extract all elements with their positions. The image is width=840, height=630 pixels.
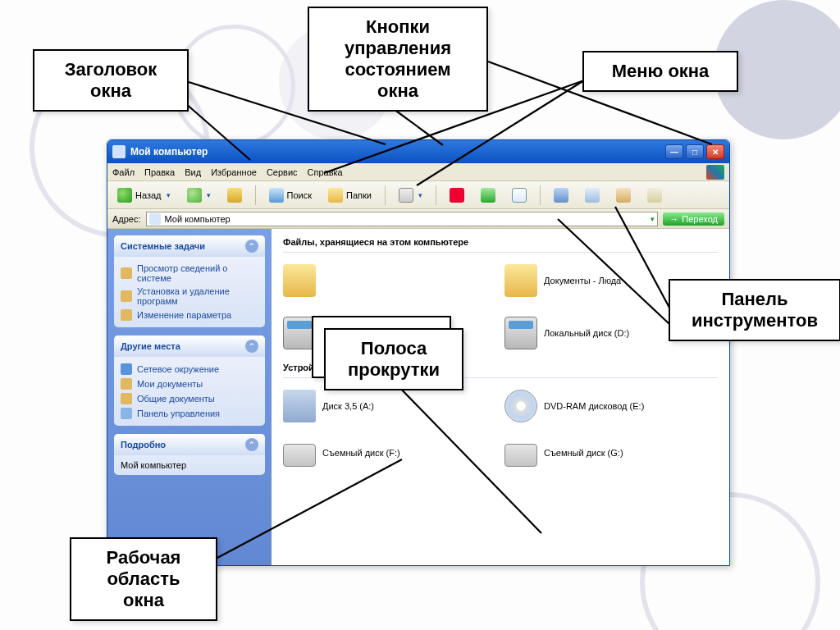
address-label: Адрес: [112,214,141,224]
drive-item[interactable]: DVD-RAM дисковод (E:) [504,390,693,422]
collapse-icon[interactable]: ⌃ [245,438,258,451]
cut-icon [554,188,568,203]
up-icon [227,188,242,203]
collapse-icon[interactable]: ⌃ [245,340,258,353]
folder-icon [283,264,316,297]
callout-titlebar: Заголовококна [33,49,189,112]
item-label: Диск 3,5 (A:) [322,401,374,411]
up-button[interactable] [222,185,247,206]
hdd-icon [283,317,316,349]
install-icon [121,290,132,302]
minimize-button[interactable]: — [665,144,683,159]
copy-icon [585,188,600,203]
toolbar: Назад▾ ▾ Поиск Папки ▾ [107,181,729,209]
drive-item[interactable]: Локальный диск (D:) [504,317,693,349]
bg-circle [172,25,295,148]
group-header: Файлы, хранящиеся на этом компьютере [283,237,718,250]
callout-window-controls: Кнопкиуправлениясостояниемокна [308,7,488,112]
undo-icon [481,188,495,203]
computer-icon [112,145,126,158]
forward-icon [187,188,202,203]
menu-favorites[interactable]: Избранное [211,167,257,177]
panel-title: Системные задачи [121,241,205,251]
floppy-icon [283,390,316,422]
sidebar-link[interactable]: Панель управления [121,406,258,421]
menu-view[interactable]: Вид [185,167,201,177]
folder-icon [504,264,537,297]
sidebar-panel-details: Подробно⌃ Мой компьютер [114,434,265,475]
documents-icon [121,378,132,390]
callout-menu: Меню окна [582,51,738,92]
paste-icon [616,188,631,203]
item-label: Съемный диск (F:) [322,448,400,458]
close-button[interactable]: ✕ [706,144,724,159]
callout-workarea: Рабочаяобластьокна [70,537,217,621]
delete-button[interactable] [445,185,469,206]
sidebar-link[interactable]: Просмотр сведений о системе [121,262,258,285]
properties-button[interactable] [507,185,532,206]
collapse-icon[interactable]: ⌃ [245,240,258,253]
item-label: Локальный диск (D:) [544,328,629,338]
sidebar-panel-system: Системные задачи⌃ Просмотр сведений о си… [114,235,265,327]
back-button[interactable]: Назад▾ [112,185,176,206]
copy-button[interactable] [580,185,605,206]
shared-docs-icon [121,393,132,404]
windows-flag-icon [706,165,724,180]
views-button[interactable]: ▾ [394,185,427,206]
sidebar-link[interactable]: Изменение параметра [121,308,258,322]
go-button[interactable]: → Переход [663,212,724,226]
menu-bar: Файл Правка Вид Избранное Сервис Справка [107,163,729,181]
panel-body: Мой компьютер [114,455,265,475]
address-dropdown-icon[interactable]: ▾ [651,215,655,223]
address-bar: Адрес: ▾ → Переход [107,209,729,229]
sidebar-link[interactable]: Мои документы [121,377,258,391]
delete-icon [450,188,464,203]
sidebar-link[interactable]: Сетевое окружение [121,362,258,377]
drive-item[interactable]: Съемный диск (G:) [504,439,693,467]
cut-button[interactable] [549,185,573,206]
item-label: Съемный диск (G:) [544,448,623,458]
folder-item[interactable]: Документы - Люда [504,264,693,297]
options-icon [647,188,662,203]
item-label: Документы - Люда [544,276,621,285]
sidebar-link[interactable]: Общие документы [121,391,258,406]
views-icon [399,188,413,203]
options-button[interactable] [642,185,667,206]
menu-file[interactable]: Файл [112,167,135,177]
menu-help[interactable]: Справка [308,167,343,177]
window-title: Мой компьютер [130,146,208,158]
panel-title: Подробно [121,440,166,450]
content-area[interactable]: Файлы, хранящиеся на этом компьютере Док… [272,229,729,565]
drive-item[interactable]: Съемный диск (F:) [283,439,472,467]
folders-icon [328,188,343,203]
removable-icon [504,444,537,467]
network-icon [121,363,132,375]
sidebar-link[interactable]: Установка и удаление программ [121,285,258,308]
maximize-button[interactable]: □ [686,144,704,159]
callout-toolbar: Панельинструментов [669,279,840,341]
control-panel-icon [121,408,132,419]
paste-button[interactable] [611,185,636,206]
menu-edit[interactable]: Правка [144,167,175,177]
drive-item[interactable]: Диск 3,5 (A:) [283,390,472,422]
sidebar: Системные задачи⌃ Просмотр сведений о си… [107,229,272,565]
check-icon [512,188,527,203]
search-button[interactable]: Поиск [264,185,317,206]
folders-button[interactable]: Папки [323,185,377,206]
address-input[interactable] [146,212,659,226]
settings-icon [121,309,132,321]
sidebar-panel-places: Другие места⌃ Сетевое окружение Мои доку… [114,336,265,426]
cd-icon [504,390,537,422]
title-bar[interactable]: Мой компьютер — □ ✕ [107,140,729,163]
forward-button[interactable]: ▾ [182,185,216,206]
undo-button[interactable] [476,185,500,206]
search-icon [269,188,284,203]
info-icon [121,267,132,279]
item-label: DVD-RAM дисковод (E:) [544,401,644,411]
menu-tools[interactable]: Сервис [267,167,298,177]
removable-icon [283,444,316,467]
callout-scrollbar: Полосапрокрутки [324,328,463,390]
address-icon [149,213,161,225]
back-icon [117,188,132,203]
folder-item[interactable] [283,264,472,297]
